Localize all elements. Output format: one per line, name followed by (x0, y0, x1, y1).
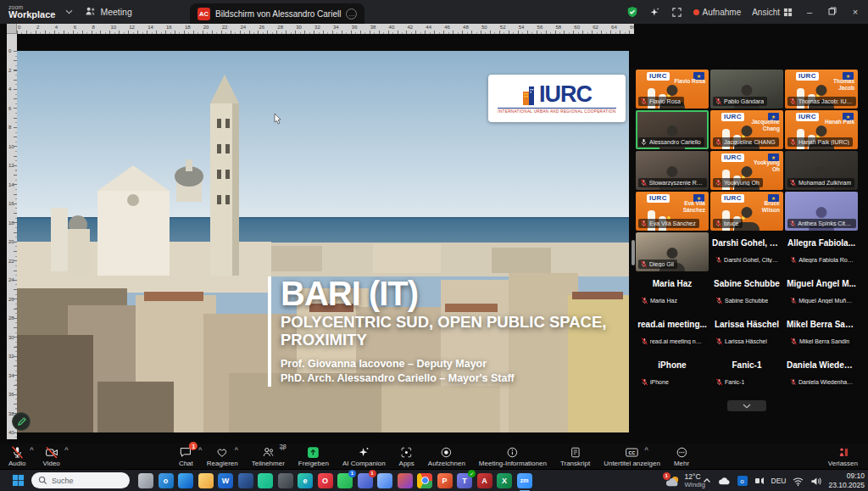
taskbar-app-file-explorer[interactable] (198, 473, 214, 488)
taskbar-app-snipping-tool[interactable] (278, 473, 293, 488)
more-button[interactable]: Mehr (674, 445, 689, 467)
share-button[interactable]: Freigeben (298, 445, 329, 467)
maximize-button[interactable] (826, 7, 838, 17)
chevron-up-icon[interactable]: ^ (235, 446, 239, 454)
annotation-pencil-button[interactable] (12, 412, 31, 431)
participants-more-button[interactable] (727, 400, 766, 411)
participant-tile-alessandro-cariello[interactable]: Alessandro Cariello (636, 110, 709, 149)
taskbar-app-obs[interactable] (238, 473, 253, 488)
chevron-up-icon[interactable]: ^ (281, 446, 285, 454)
taskbar-app-excel[interactable]: X (497, 473, 512, 488)
taskbar-app-outlook[interactable]: o (159, 473, 174, 488)
mic-off-icon (790, 297, 797, 304)
chevron-down-icon[interactable] (65, 9, 73, 14)
chevron-up-icon[interactable]: ^ (198, 446, 203, 454)
audio-button[interactable]: ^Audio (8, 445, 25, 467)
meeting-info-button[interactable]: Meeting-Informationen (479, 445, 547, 467)
participant-tile-read-ai-meeting-notes[interactable]: read.ai meeting...read.ai meeting notes (636, 314, 709, 353)
participant-tile-pablo-g-ndara[interactable]: Pablo Gándara (710, 70, 783, 109)
leave-button[interactable]: Verlassen (828, 445, 858, 467)
tray-chevron-up-icon[interactable] (703, 477, 711, 484)
taskbar-app-whatsapp[interactable]: 1 (337, 473, 353, 488)
taskbar-app-photos[interactable] (398, 473, 413, 488)
svg-text:CC: CC (629, 449, 636, 455)
tab-screen-share[interactable]: AC Bildschirm von Alessandro Cariell … (190, 3, 364, 24)
view-menu[interactable]: Ansicht (752, 8, 793, 17)
participant-tile-miguel-ngel-mu-oz[interactable]: Miguel Ángel M...Miguel Ángel Muñoz ... (785, 273, 858, 312)
participant-tile-flavio-rosa[interactable]: IURC★Flavio RosaFlavio Rosa (636, 70, 709, 109)
taskbar-app-line[interactable] (258, 473, 273, 488)
participant-tile-stowarzyszenie-rof[interactable]: Stowarzyszenie ROF (636, 151, 709, 190)
close-button[interactable]: × (849, 7, 861, 17)
participants-button[interactable]: 28^Teilnehmer (252, 445, 285, 467)
participant-tile-fanic-1[interactable]: Fanic-1Fanic-1 (710, 354, 783, 393)
volume-icon[interactable] (810, 477, 821, 486)
taskbar-app-task-view[interactable] (138, 473, 153, 488)
outlook-tray-icon[interactable]: o (737, 476, 748, 486)
participant-tile-mikel-berra-sandin[interactable]: Mikel Berra San...Mikel Berra Sandin (785, 314, 858, 353)
participant-tile-allegra-fabiola-rodr[interactable]: Allegra Fabiola...Allegra Fabiola Rodrí.… (785, 232, 858, 271)
search-input[interactable]: Suche (31, 472, 130, 488)
ai-companion-icon[interactable] (649, 7, 660, 18)
participant-tile-maria-haz[interactable]: Maria HazMaria Haz (636, 273, 709, 312)
reactions-button[interactable]: ^Reagieren (207, 445, 238, 467)
avatar: AC (198, 8, 210, 20)
taskbar-app-edge[interactable]: e (298, 473, 313, 488)
wifi-icon[interactable] (793, 477, 804, 486)
participant-tile-diego-gil[interactable]: Diego Gil (636, 232, 709, 271)
tab-more-icon[interactable]: … (346, 8, 357, 20)
title-bar: zoom Workplace Meeting AC Bildschirm von… (0, 0, 868, 24)
recording-indicator[interactable]: Aufnahme (693, 8, 742, 17)
taskbar-app-teams-chat[interactable]: 1 (358, 473, 373, 488)
participant-tile-daniela-wiedenhaupt[interactable]: Daniela Wieden...Daniela Wiedenhaupt... (785, 354, 858, 393)
clock[interactable]: 09:10 23.10.2025 (828, 471, 865, 489)
record-icon (440, 445, 453, 459)
taskbar-app-chrome[interactable] (417, 473, 432, 488)
zoom-toolbar: ^Audio^Video 1^Chat^Reagieren28^Teilnehm… (0, 444, 868, 469)
start-button[interactable] (12, 474, 25, 487)
participant-tile-yookyung-oh[interactable]: IURC★Yookyung OhYookyung Oh (710, 151, 783, 190)
record-button[interactable]: Aufzeichnen (428, 445, 465, 467)
participant-tile-larissa-h-schel[interactable]: Larissa HäschelLarissa Häschel (710, 314, 783, 353)
participant-tile-darshi-gohel-city-of[interactable]: Darshi Gohel, Ci...Darshi Gohel, City of… (710, 232, 783, 271)
keyboard-language[interactable]: DEU (771, 477, 787, 485)
minimize-button[interactable]: – (804, 7, 815, 17)
participant-tile-thomas-jacob-iurc[interactable]: IURC★Thomas JacobThomas Jacob: IURC (785, 70, 858, 109)
apps-button[interactable]: Apps (399, 445, 415, 467)
onedrive-cloud-icon[interactable] (718, 477, 731, 485)
taskbar-app-opera[interactable]: O (318, 473, 333, 488)
ai-companion-button[interactable]: AI Companion (342, 445, 386, 467)
captions-button[interactable]: CC^Untertitel anzeigen (604, 445, 660, 467)
weather-widget[interactable]: 1 12°C Windig (666, 470, 705, 491)
taskbar-app-copilot[interactable] (377, 473, 392, 488)
participant-tile-hanah-paik-iurc[interactable]: IURC★Hanah PaikHanah Paik (IURC) (785, 110, 858, 149)
security-shield-icon[interactable] (626, 6, 638, 18)
taskbar-app-microsoft-store[interactable] (178, 473, 193, 488)
transcript-button[interactable]: Transkript (560, 445, 590, 467)
tab-meeting[interactable]: Meeting (85, 6, 131, 18)
audio-device-icon[interactable] (754, 477, 765, 485)
chevron-up-icon[interactable]: ^ (64, 446, 69, 454)
fullscreen-icon[interactable] (671, 7, 682, 18)
mic-off-icon (715, 179, 722, 187)
virtual-bg-name: Hanah Paik (821, 119, 854, 126)
chevron-up-icon[interactable]: ^ (30, 446, 34, 454)
participant-tile-eva-vil-s-nchez[interactable]: IURC★Eva Vilá SánchezEva Vilá Sánchez (636, 192, 709, 231)
participant-tile-jacqueline-chang[interactable]: IURC★Jacqueline ChangJacqueline CHANG (710, 110, 783, 149)
participant-tile-mohamad-zulkhram[interactable]: Mohamad Zulkhram (785, 151, 858, 190)
chat-button[interactable]: 1^Chat (179, 445, 193, 467)
taskbar-app-teams[interactable]: T✓ (457, 473, 472, 488)
participant-tile-sabine-schubbe[interactable]: Sabine SchubbeSabine Schubbe (710, 273, 783, 312)
chevron-up-icon[interactable]: ^ (644, 446, 648, 454)
participants-panel-resize-handle[interactable] (632, 240, 635, 265)
video-button[interactable]: ^Video (42, 445, 59, 467)
taskbar-app-powerpoint[interactable]: P (437, 473, 453, 488)
participant-tile-iphone[interactable]: iPhoneiPhone (636, 354, 709, 393)
participant-tile-anthea-spinks-cityof[interactable]: Anthea Spinks Cityof... (785, 192, 858, 231)
taskbar-app-acrobat[interactable]: A (477, 473, 492, 488)
mic-off-icon (790, 338, 798, 345)
participant-tile-bruce[interactable]: IURC★Bruce Wilsonbruce (710, 192, 783, 231)
taskbar-app-zoom[interactable]: zm (517, 473, 532, 488)
info-icon (506, 445, 519, 459)
taskbar-app-word[interactable]: W (218, 473, 233, 488)
